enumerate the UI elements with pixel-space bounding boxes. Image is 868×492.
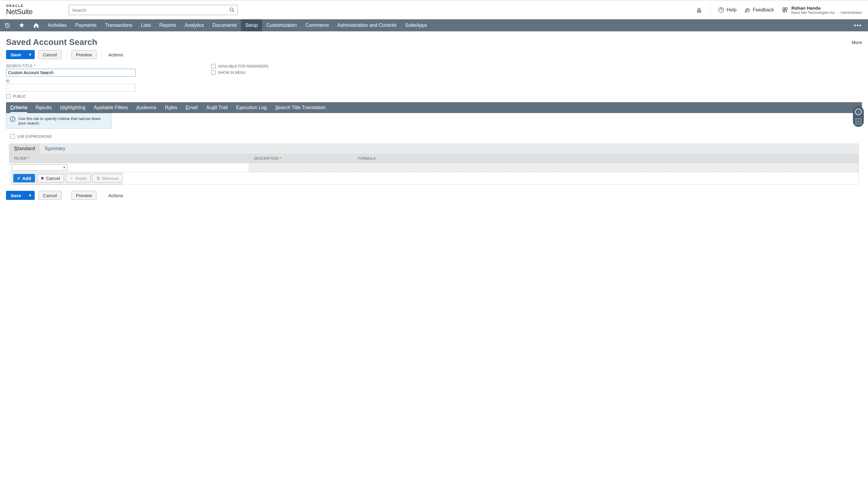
nav-item-transactions[interactable]: Transactions	[101, 19, 137, 31]
brand-oracle: ORACLE	[6, 4, 32, 7]
save-dropdown-button-bottom[interactable]: ▾	[26, 191, 35, 200]
save-split-button-bottom: Save ▾	[6, 191, 35, 200]
row-actions: ✔Add ✖Cancel ＋Insert 🗑Remove	[11, 172, 122, 184]
nav-item-payments[interactable]: Payments	[71, 19, 101, 31]
global-search	[69, 5, 238, 15]
action-separator	[66, 51, 67, 58]
page-title: Saved Account Search	[6, 38, 97, 47]
inner-tab-standard[interactable]: Standard	[9, 144, 40, 154]
col-formula: FORMULA	[353, 156, 859, 161]
user-sub: Nano Net Technologies Inc. - Administrat…	[791, 10, 862, 15]
preview-button-bottom[interactable]: Preview	[71, 191, 97, 200]
inner-tab-summary[interactable]: Summary	[40, 144, 70, 154]
feedback-button[interactable]: Feedback	[744, 7, 774, 13]
id-input[interactable]	[6, 84, 136, 92]
nav-item-analytics[interactable]: Analytics	[180, 19, 208, 31]
plus-icon: ＋	[70, 175, 74, 181]
action-bar-bottom: Save ▾ Cancel Preview Actions	[0, 185, 868, 205]
grip-icon	[855, 118, 862, 124]
nav-item-reports[interactable]: Reports	[155, 19, 180, 31]
global-header: ORACLE NetSuite Help Feedback Rohan Hand…	[0, 1, 868, 19]
available-for-reminders-label: AVAILABLE FOR REMINDERS	[218, 64, 268, 69]
cell-formula	[353, 163, 859, 172]
row-add-button[interactable]: ✔Add	[13, 174, 35, 182]
subtab-results[interactable]: Results	[31, 102, 56, 113]
svg-point-0	[230, 8, 233, 11]
subtab-audience[interactable]: Audience	[132, 102, 161, 113]
nav-items: ActivitiesPaymentsTransactionsListsRepor…	[43, 19, 431, 31]
cancel-button-bottom[interactable]: Cancel	[38, 191, 62, 200]
subtab-search-title-translation[interactable]: Search Title Translation	[271, 102, 330, 113]
nav-overflow-icon[interactable]: •••	[854, 22, 862, 29]
more-link[interactable]: More	[852, 40, 862, 45]
info-box: i Use this tab to specify criteria that …	[6, 113, 112, 129]
svg-point-3	[746, 10, 747, 10]
preview-button[interactable]: Preview	[71, 50, 97, 59]
notifications-icon[interactable]	[696, 7, 702, 13]
shortcuts-icon[interactable]	[15, 19, 29, 31]
use-expressions-label: USE EXPRESSIONS	[17, 134, 52, 139]
row-cancel-button[interactable]: ✖Cancel	[37, 174, 64, 182]
nav-item-customization[interactable]: Customization	[262, 19, 301, 31]
col-description: DESCRIPTION*	[249, 156, 353, 161]
svg-rect-6	[783, 8, 785, 10]
save-button[interactable]: Save	[6, 50, 26, 59]
info-icon: i	[10, 116, 16, 122]
help-button[interactable]: Help	[718, 7, 737, 13]
actions-menu-bottom[interactable]: Actions	[106, 193, 125, 198]
global-search-input[interactable]	[69, 5, 238, 15]
form-area: SEARCH TITLE* ID PUBLIC AVAILABLE FOR RE…	[0, 64, 868, 100]
nav-item-administration-and-controls[interactable]: Administration and Controls	[333, 19, 401, 31]
user-name: Rohan Handa	[791, 5, 862, 10]
brand-logo[interactable]: ORACLE NetSuite	[6, 4, 32, 16]
svg-line-1	[233, 10, 234, 12]
use-expressions-checkbox[interactable]	[10, 134, 15, 139]
cell-description	[249, 163, 353, 172]
nav-item-suiteapps[interactable]: SuiteApps	[401, 19, 431, 31]
subtab-available-filters[interactable]: Available Filters	[90, 102, 132, 113]
action-separator	[101, 192, 102, 199]
brand-netsuite: NetSuite	[6, 7, 32, 16]
nav-item-lists[interactable]: Lists	[137, 19, 155, 31]
save-split-button: Save ▾	[6, 50, 35, 59]
public-label: PUBLIC	[13, 94, 26, 99]
available-for-reminders-checkbox[interactable]	[211, 64, 216, 69]
recent-records-icon[interactable]	[0, 19, 15, 31]
cancel-button[interactable]: Cancel	[38, 50, 62, 59]
filter-combobox[interactable]	[12, 164, 67, 171]
svg-point-4	[747, 10, 748, 10]
form-left: SEARCH TITLE* ID PUBLIC	[6, 64, 211, 100]
subtab-highlighting[interactable]: Highlighting	[56, 102, 90, 113]
action-bar-top: Save ▾ Cancel Preview Actions	[0, 50, 868, 64]
subtab-criteria[interactable]: Criteria	[6, 102, 31, 113]
save-dropdown-button[interactable]: ▾	[26, 50, 35, 59]
nav-item-setup[interactable]: Setup	[241, 19, 262, 31]
nav-item-activities[interactable]: Activities	[43, 19, 71, 31]
table-header: FILTER* DESCRIPTION* FORMULA	[9, 154, 859, 163]
table-row[interactable]	[9, 163, 859, 172]
subtab-audit-trail[interactable]: Audit Trail	[202, 102, 232, 113]
user-menu[interactable]: Rohan Handa Nano Net Technologies Inc. -…	[782, 5, 862, 15]
form-right: AVAILABLE FOR REMINDERS SHOW IN MENU	[211, 64, 862, 100]
actions-menu[interactable]: Actions	[106, 52, 125, 57]
nav-item-commerce[interactable]: Commerce	[301, 19, 333, 31]
action-separator	[66, 192, 67, 199]
row-remove-button[interactable]: 🗑Remove	[92, 174, 123, 182]
search-icon[interactable]	[229, 7, 235, 13]
show-in-menu-checkbox[interactable]	[211, 70, 216, 75]
search-title-input[interactable]	[6, 69, 136, 77]
subtab-email[interactable]: Email	[182, 102, 202, 113]
subtab-roles[interactable]: Roles	[161, 102, 182, 113]
help-widget[interactable]: i	[853, 106, 864, 127]
subtab-execution-log[interactable]: Execution Log	[232, 102, 271, 113]
row-insert-button[interactable]: ＋Insert	[66, 174, 91, 182]
svg-point-5	[748, 10, 748, 10]
nav-item-documents[interactable]: Documents	[208, 19, 241, 31]
help-label: Help	[727, 7, 737, 13]
save-button-bottom[interactable]: Save	[6, 191, 26, 200]
x-icon: ✖	[41, 176, 44, 180]
subtabs: CriteriaResultsHighlightingAvailable Fil…	[6, 102, 862, 113]
home-icon[interactable]	[29, 19, 43, 31]
public-checkbox[interactable]	[6, 94, 10, 99]
svg-rect-7	[786, 8, 787, 10]
